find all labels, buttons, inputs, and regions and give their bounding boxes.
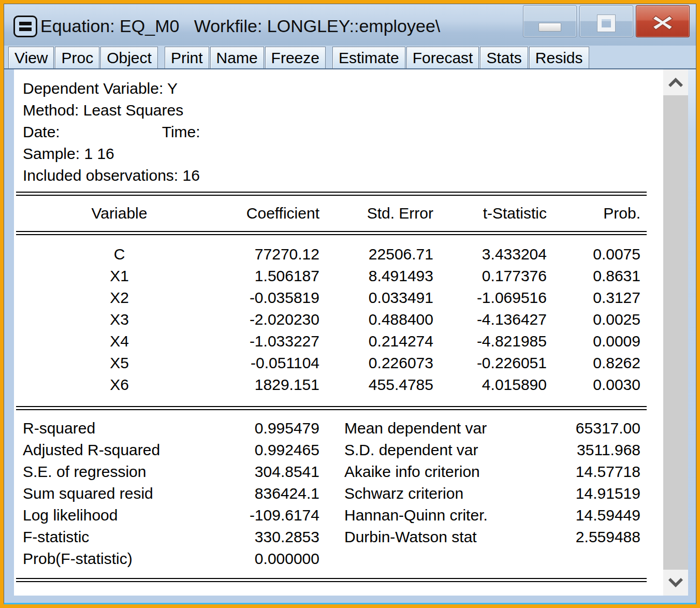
resids-button[interactable]: Resids — [529, 47, 589, 68]
cell-coefficient: -0.035819 — [216, 287, 319, 309]
table-row: X4 -1.033227 0.214274 -4.821985 0.0009 — [14, 330, 663, 352]
scrollbar-track[interactable] — [663, 95, 688, 570]
cell-std-error: 0.214274 — [319, 330, 433, 352]
cell-prob: 0.0075 — [547, 243, 640, 265]
cell-prob: 0.3127 — [547, 287, 640, 309]
system-menu-icon[interactable] — [13, 16, 37, 37]
stat-value: 14.59449 — [516, 504, 640, 526]
stat-label: Prob(F-statistic) — [23, 548, 216, 570]
stat-value: 3511.968 — [516, 439, 640, 461]
cell-coefficient: 1829.151 — [216, 374, 319, 396]
col-std-error: Std. Error — [319, 202, 433, 224]
cell-coefficient: -0.051104 — [216, 352, 319, 374]
name-button[interactable]: Name — [210, 47, 264, 68]
maximize-button[interactable] — [579, 5, 633, 37]
toolbar-group-object: View Proc Object — [8, 47, 158, 68]
equation-icon — [19, 22, 32, 31]
table-row: X2 -0.035819 0.033491 -1.069516 0.3127 — [14, 287, 663, 309]
stat-label: S.E. of regression — [23, 461, 216, 483]
date-time-line: Date:Time: — [14, 121, 663, 143]
summary-row: F-statistic 330.2853 Durbin-Watson stat … — [14, 526, 663, 548]
included-observations-line: Included observations: 16 — [14, 165, 663, 186]
object-button[interactable]: Object — [100, 47, 158, 68]
stat-value: 330.2853 — [216, 526, 319, 548]
stat-label: Mean dependent var — [344, 417, 516, 439]
stat-label: R-squared — [23, 417, 216, 439]
toolbar-group-output: Print Name Freeze — [165, 47, 326, 68]
cell-coefficient: -1.033227 — [216, 330, 319, 352]
cell-variable: C — [23, 243, 216, 265]
stat-label: Log likelihood — [23, 504, 216, 526]
window-frame: Equation: EQ_M0 Workfile: LONGLEY::emplo… — [4, 4, 696, 604]
minimize-button[interactable] — [523, 5, 577, 37]
close-icon — [651, 12, 674, 33]
cell-t-statistic: 4.015890 — [433, 374, 547, 396]
chevron-down-icon — [667, 577, 684, 588]
cell-t-statistic: -1.069516 — [433, 287, 547, 309]
estimate-button[interactable]: Estimate — [332, 47, 405, 68]
cell-variable: X5 — [23, 352, 216, 374]
method-line: Method: Least Squares — [14, 99, 663, 121]
summary-row: Prob(F-statistic) 0.000000 — [14, 548, 663, 570]
summary-stats: R-squared 0.995479 Mean dependent var 65… — [14, 417, 663, 570]
forecast-button[interactable]: Forecast — [406, 47, 479, 68]
stat-label: Sum squared resid — [23, 483, 216, 504]
scroll-down-button[interactable] — [663, 570, 688, 596]
cell-variable: X3 — [23, 309, 216, 330]
table-row: C 77270.12 22506.71 3.433204 0.0075 — [14, 243, 663, 265]
cell-t-statistic: -4.821985 — [433, 330, 547, 352]
cell-std-error: 22506.71 — [319, 243, 433, 265]
stat-value: 0.992465 — [216, 439, 319, 461]
chevron-up-icon — [667, 77, 684, 88]
cell-std-error: 0.033491 — [319, 287, 433, 309]
table-row: X5 -0.051104 0.226073 -0.226051 0.8262 — [14, 352, 663, 374]
stats-button[interactable]: Stats — [480, 47, 528, 68]
title-bar[interactable]: Equation: EQ_M0 Workfile: LONGLEY::emplo… — [4, 4, 696, 46]
stat-label: Akaike info criterion — [344, 461, 516, 483]
coef-table-body: C 77270.12 22506.71 3.433204 0.0075 X1 1… — [14, 243, 663, 396]
date-label: Date: — [23, 123, 60, 140]
toolbar-group-equation: Estimate Forecast Stats Resids — [332, 47, 589, 68]
table-row: X6 1829.151 455.4785 4.015890 0.0030 — [14, 374, 663, 396]
stat-value: 14.91519 — [516, 483, 640, 504]
time-label: Time: — [162, 123, 200, 140]
col-coefficient: Coefficient — [216, 202, 319, 224]
cell-t-statistic: 0.177376 — [433, 265, 547, 287]
cell-variable: X6 — [23, 374, 216, 396]
vertical-scrollbar[interactable] — [663, 69, 688, 596]
cell-std-error: 0.488400 — [319, 309, 433, 330]
cell-prob: 0.8631 — [547, 265, 640, 287]
freeze-button[interactable]: Freeze — [265, 47, 326, 68]
print-button[interactable]: Print — [165, 47, 209, 68]
stat-value: -109.6174 — [216, 504, 319, 526]
close-button[interactable] — [636, 5, 690, 37]
cell-prob: 0.0030 — [547, 374, 640, 396]
stat-label: S.D. dependent var — [344, 439, 516, 461]
separator-double-line — [16, 192, 647, 196]
minimize-icon — [538, 23, 561, 32]
cell-prob: 0.0025 — [547, 309, 640, 330]
cell-std-error: 455.4785 — [319, 374, 433, 396]
cell-variable: X1 — [23, 265, 216, 287]
stat-value: 0.000000 — [216, 548, 319, 570]
stat-label: Hannan-Quinn criter. — [344, 504, 516, 526]
col-t-statistic: t-Statistic — [433, 202, 547, 224]
summary-row: Sum squared resid 836424.1 Schwarz crite… — [14, 483, 663, 504]
stat-value: 836424.1 — [216, 483, 319, 504]
col-prob: Prob. — [547, 202, 640, 224]
summary-row: Adjusted R-squared 0.992465 S.D. depende… — [14, 439, 663, 461]
scroll-up-button[interactable] — [663, 69, 688, 95]
stat-label: Schwarz criterion — [344, 483, 516, 504]
cell-variable: X4 — [23, 330, 216, 352]
proc-button[interactable]: Proc — [55, 47, 99, 68]
summary-row: S.E. of regression 304.8541 Akaike info … — [14, 461, 663, 483]
application-window: Equation: EQ_M0 Workfile: LONGLEY::emplo… — [0, 0, 700, 608]
stat-value: 0.995479 — [216, 417, 319, 439]
separator-double-line — [16, 578, 647, 582]
cell-std-error: 0.226073 — [319, 352, 433, 374]
view-button[interactable]: View — [8, 47, 54, 68]
summary-row: R-squared 0.995479 Mean dependent var 65… — [14, 417, 663, 439]
cell-std-error: 8.491493 — [319, 265, 433, 287]
stat-value: 65317.00 — [516, 417, 640, 439]
cell-variable: X2 — [23, 287, 216, 309]
